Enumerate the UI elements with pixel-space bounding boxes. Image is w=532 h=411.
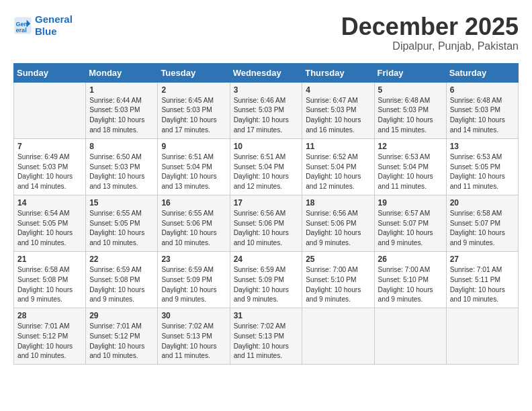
- location: Dipalpur, Punjab, Pakistan: [341, 40, 519, 52]
- day-info: Sunrise: 7:02 AM Sunset: 5:13 PM Dayligh…: [234, 322, 299, 361]
- calendar-cell: 31Sunrise: 7:02 AM Sunset: 5:13 PM Dayli…: [230, 308, 302, 365]
- day-number: 28: [17, 311, 82, 320]
- day-info: Sunrise: 6:56 AM Sunset: 5:06 PM Dayligh…: [234, 209, 299, 248]
- day-number: 29: [89, 311, 154, 320]
- calendar-cell: 3Sunrise: 6:46 AM Sunset: 5:03 PM Daylig…: [230, 82, 302, 138]
- calendar-week-row: 1Sunrise: 6:44 AM Sunset: 5:03 PM Daylig…: [14, 82, 519, 138]
- day-number: 4: [306, 85, 370, 95]
- calendar-cell: 10Sunrise: 6:51 AM Sunset: 5:04 PM Dayli…: [230, 138, 302, 195]
- logo-text: General Blue: [35, 13, 73, 38]
- calendar-cell: 23Sunrise: 6:59 AM Sunset: 5:09 PM Dayli…: [158, 251, 230, 308]
- calendar-cell: 24Sunrise: 6:59 AM Sunset: 5:09 PM Dayli…: [230, 251, 302, 308]
- calendar-week-row: 21Sunrise: 6:58 AM Sunset: 5:08 PM Dayli…: [14, 251, 519, 308]
- day-number: 13: [450, 142, 515, 151]
- day-info: Sunrise: 7:00 AM Sunset: 5:10 PM Dayligh…: [306, 265, 370, 305]
- calendar-cell: 1Sunrise: 6:44 AM Sunset: 5:03 PM Daylig…: [86, 82, 158, 138]
- day-info: Sunrise: 7:02 AM Sunset: 5:13 PM Dayligh…: [161, 322, 226, 361]
- day-number: 6: [450, 85, 515, 95]
- weekday-header-sunday: Sunday: [14, 63, 86, 82]
- day-info: Sunrise: 6:48 AM Sunset: 5:03 PM Dayligh…: [378, 96, 443, 136]
- calendar-cell: 7Sunrise: 6:49 AM Sunset: 5:03 PM Daylig…: [14, 138, 86, 195]
- day-info: Sunrise: 6:59 AM Sunset: 5:08 PM Dayligh…: [89, 265, 154, 305]
- day-number: 21: [17, 255, 82, 264]
- logo: Gen eral General Blue: [13, 13, 73, 38]
- calendar-cell: 6Sunrise: 6:48 AM Sunset: 5:03 PM Daylig…: [446, 82, 518, 138]
- calendar-cell: [374, 308, 446, 365]
- calendar-cell: 13Sunrise: 6:53 AM Sunset: 5:05 PM Dayli…: [446, 138, 518, 195]
- day-number: 25: [306, 255, 370, 264]
- day-number: 22: [89, 255, 154, 264]
- calendar-cell: 21Sunrise: 6:58 AM Sunset: 5:08 PM Dayli…: [14, 251, 86, 308]
- day-info: Sunrise: 6:47 AM Sunset: 5:03 PM Dayligh…: [306, 96, 370, 136]
- day-number: 8: [89, 142, 154, 151]
- day-number: 10: [234, 142, 299, 151]
- title-block: December 2025 Dipalpur, Punjab, Pakistan: [341, 13, 519, 52]
- calendar-cell: 2Sunrise: 6:45 AM Sunset: 5:03 PM Daylig…: [158, 82, 230, 138]
- day-number: 26: [378, 255, 443, 264]
- day-info: Sunrise: 6:50 AM Sunset: 5:03 PM Dayligh…: [89, 152, 154, 192]
- day-info: Sunrise: 6:54 AM Sunset: 5:05 PM Dayligh…: [17, 209, 82, 248]
- day-info: Sunrise: 7:01 AM Sunset: 5:12 PM Dayligh…: [89, 322, 154, 361]
- weekday-header-tuesday: Tuesday: [158, 63, 230, 82]
- day-number: 18: [306, 198, 370, 208]
- day-info: Sunrise: 6:44 AM Sunset: 5:03 PM Dayligh…: [89, 96, 154, 136]
- day-info: Sunrise: 6:51 AM Sunset: 5:04 PM Dayligh…: [161, 152, 226, 192]
- calendar-cell: [302, 308, 374, 365]
- svg-text:eral: eral: [16, 27, 27, 34]
- day-info: Sunrise: 7:01 AM Sunset: 5:11 PM Dayligh…: [450, 265, 515, 305]
- day-number: 24: [234, 255, 299, 264]
- calendar-cell: 28Sunrise: 7:01 AM Sunset: 5:12 PM Dayli…: [14, 308, 86, 365]
- calendar-week-row: 28Sunrise: 7:01 AM Sunset: 5:12 PM Dayli…: [14, 308, 519, 365]
- day-number: 1: [89, 85, 154, 95]
- month-title: December 2025: [341, 13, 519, 40]
- day-info: Sunrise: 6:49 AM Sunset: 5:03 PM Dayligh…: [17, 152, 82, 192]
- calendar-cell: 25Sunrise: 7:00 AM Sunset: 5:10 PM Dayli…: [302, 251, 374, 308]
- day-number: 7: [17, 142, 82, 151]
- calendar-cell: 20Sunrise: 6:58 AM Sunset: 5:07 PM Dayli…: [446, 195, 518, 251]
- page-header: Gen eral General Blue December 2025 Dipa…: [13, 13, 519, 52]
- day-number: 5: [378, 85, 443, 95]
- calendar-cell: [14, 82, 86, 138]
- logo-icon: Gen eral: [13, 16, 32, 35]
- day-info: Sunrise: 6:53 AM Sunset: 5:04 PM Dayligh…: [378, 152, 443, 192]
- calendar-cell: 30Sunrise: 7:02 AM Sunset: 5:13 PM Dayli…: [158, 308, 230, 365]
- calendar-cell: [446, 308, 518, 365]
- day-info: Sunrise: 7:01 AM Sunset: 5:12 PM Dayligh…: [17, 322, 82, 361]
- weekday-header-monday: Monday: [86, 63, 158, 82]
- calendar-table: SundayMondayTuesdayWednesdayThursdayFrid…: [13, 63, 519, 365]
- day-number: 31: [234, 311, 299, 320]
- day-info: Sunrise: 6:56 AM Sunset: 5:06 PM Dayligh…: [306, 209, 370, 248]
- day-number: 27: [450, 255, 515, 264]
- day-info: Sunrise: 6:51 AM Sunset: 5:04 PM Dayligh…: [234, 152, 299, 192]
- day-number: 11: [306, 142, 370, 151]
- weekday-header-thursday: Thursday: [302, 63, 374, 82]
- day-info: Sunrise: 6:46 AM Sunset: 5:03 PM Dayligh…: [234, 96, 299, 136]
- weekday-header-saturday: Saturday: [446, 63, 518, 82]
- day-number: 17: [234, 198, 299, 208]
- calendar-cell: 26Sunrise: 7:00 AM Sunset: 5:10 PM Dayli…: [374, 251, 446, 308]
- day-info: Sunrise: 6:55 AM Sunset: 5:05 PM Dayligh…: [89, 209, 154, 248]
- weekday-header-row: SundayMondayTuesdayWednesdayThursdayFrid…: [14, 63, 519, 82]
- calendar-cell: 17Sunrise: 6:56 AM Sunset: 5:06 PM Dayli…: [230, 195, 302, 251]
- day-info: Sunrise: 6:55 AM Sunset: 5:06 PM Dayligh…: [161, 209, 226, 248]
- day-number: 23: [161, 255, 226, 264]
- weekday-header-wednesday: Wednesday: [230, 63, 302, 82]
- calendar-cell: 27Sunrise: 7:01 AM Sunset: 5:11 PM Dayli…: [446, 251, 518, 308]
- calendar-body: 1Sunrise: 6:44 AM Sunset: 5:03 PM Daylig…: [14, 82, 519, 365]
- calendar-cell: 8Sunrise: 6:50 AM Sunset: 5:03 PM Daylig…: [86, 138, 158, 195]
- day-info: Sunrise: 6:57 AM Sunset: 5:07 PM Dayligh…: [378, 209, 443, 248]
- calendar-cell: 9Sunrise: 6:51 AM Sunset: 5:04 PM Daylig…: [158, 138, 230, 195]
- day-info: Sunrise: 6:59 AM Sunset: 5:09 PM Dayligh…: [161, 265, 226, 305]
- day-info: Sunrise: 6:53 AM Sunset: 5:05 PM Dayligh…: [450, 152, 515, 192]
- day-number: 12: [378, 142, 443, 151]
- day-number: 20: [450, 198, 515, 208]
- calendar-cell: 29Sunrise: 7:01 AM Sunset: 5:12 PM Dayli…: [86, 308, 158, 365]
- calendar-cell: 5Sunrise: 6:48 AM Sunset: 5:03 PM Daylig…: [374, 82, 446, 138]
- day-number: 30: [161, 311, 226, 320]
- calendar-cell: 14Sunrise: 6:54 AM Sunset: 5:05 PM Dayli…: [14, 195, 86, 251]
- day-number: 9: [161, 142, 226, 151]
- calendar-header: SundayMondayTuesdayWednesdayThursdayFrid…: [14, 63, 519, 82]
- calendar-cell: 12Sunrise: 6:53 AM Sunset: 5:04 PM Dayli…: [374, 138, 446, 195]
- day-number: 19: [378, 198, 443, 208]
- calendar-cell: 16Sunrise: 6:55 AM Sunset: 5:06 PM Dayli…: [158, 195, 230, 251]
